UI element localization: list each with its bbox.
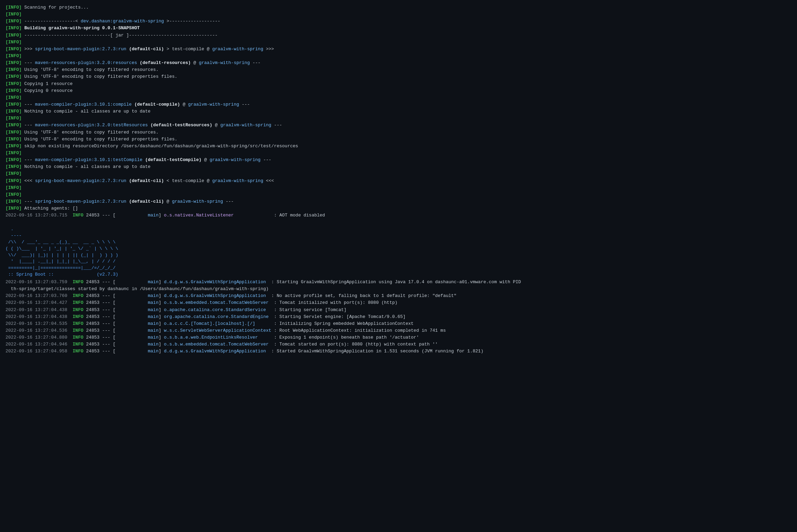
app-log-line: 2022-09-16 13:27:04.536 INFO 24853 --- [… [6,327,791,334]
app-log-line: th-spring/target/classes started by dash… [6,286,791,292]
app-log-line: 2022-09-16 13:27:04.427 INFO 24853 --- [… [6,299,791,306]
app-log-line: 2022-09-16 13:27:04.535 INFO 24853 --- [… [6,320,791,327]
spring-banner-line: :: Spring Boot :: (v2.7.3) [6,272,791,278]
terminal-line: [INFO] <<< spring-boot-maven-plugin:2.7.… [6,178,791,184]
terminal-line: [INFO] Using 'UTF-8' encoding to copy fi… [6,73,791,80]
terminal-line: [INFO] Using 'UTF-8' encoding to copy fi… [6,66,791,73]
spring-banner-line: ( ( )\___ | '_ | '_| | '_ \/ _` | \ \ \ … [6,246,791,252]
app-log-line: 2022-09-16 13:27:04.958 INFO 24853 --- [… [6,348,791,355]
terminal-line: [INFO] Attaching agents: [] [6,205,791,212]
terminal-line: [INFO] [6,191,791,198]
app-log-line: 2022-09-16 13:27:03.760 INFO 24853 --- [… [6,292,791,299]
terminal-line: [INFO] Nothing to compile - all classes … [6,163,791,170]
app-log-line: 2022-09-16 13:27:03.759 INFO 24853 --- [… [6,279,791,286]
spring-banner-line: ---- [6,233,791,239]
terminal-line: [INFO] Using 'UTF-8' encoding to copy fi… [6,136,791,143]
terminal-line: [INFO] Building graalvm-with-spring 0.0.… [6,25,791,32]
terminal-line: [INFO] [6,170,791,177]
terminal-line: [INFO] [6,39,791,46]
terminal-line: [INFO] --- maven-resources-plugin:3.2.0:… [6,60,791,66]
spring-banner-line: =========|_|===============|___/=/_/_/_/ [6,265,791,272]
terminal-line: [INFO] >>> spring-boot-maven-plugin:2.7.… [6,46,791,53]
terminal-line: [INFO] [6,115,791,122]
terminal-line: [INFO] -------------------< dev.dashaun:… [6,18,791,25]
spring-banner-line: /\\ / ___'_ __ _ _(_)_ __ __ _ \ \ \ \ [6,239,791,246]
terminal-line: [INFO] [6,11,791,18]
terminal-line: [INFO] Scanning for projects... [6,4,791,11]
terminal-window: [INFO] Scanning for projects... [INFO] [… [6,4,791,355]
terminal-line: [INFO] --- spring-boot-maven-plugin:2.7.… [6,198,791,205]
terminal-line: [INFO] --- maven-compiler-plugin:3.10.1:… [6,101,791,108]
terminal-line: [INFO] --- maven-compiler-plugin:3.10.1:… [6,157,791,163]
terminal-line: [INFO] [6,184,791,191]
terminal-line: [INFO] Copying 1 resource [6,81,791,87]
spring-banner-line: ' |____| .__|_| |_|_| |_\__, | / / / / [6,258,791,265]
app-log-line: 2022-09-16 13:27:04.438 INFO 24853 --- [… [6,313,791,320]
terminal-line: [INFO] Nothing to compile - all classes … [6,108,791,115]
spring-banner-line: \\/ ___)| |_)| | | | | || (_| | ) ) ) ) [6,252,791,259]
app-log-line: 2022-09-16 13:27:04.946 INFO 24853 --- [… [6,341,791,348]
terminal-line: [INFO] [6,53,791,60]
terminal-line: [INFO] skip non existing resourceDirecto… [6,143,791,150]
terminal-line: [INFO] [6,150,791,157]
terminal-line: [INFO] --------------------------------[… [6,32,791,39]
terminal-line: [INFO] [6,94,791,101]
log-line-native: 2022-09-16 13:27:03.715 INFO 24853 --- [… [6,212,791,219]
terminal-line: [INFO] Using 'UTF-8' encoding to copy fi… [6,129,791,136]
app-log-line: 2022-09-16 13:27:04.438 INFO 24853 --- [… [6,307,791,313]
terminal-line: [INFO] Copying 0 resource [6,87,791,94]
app-log-line: 2022-09-16 13:27:04.880 INFO 24853 --- [… [6,334,791,341]
terminal-line: [INFO] --- maven-resources-plugin:3.2.0:… [6,122,791,129]
spring-banner-line: . [6,220,791,233]
